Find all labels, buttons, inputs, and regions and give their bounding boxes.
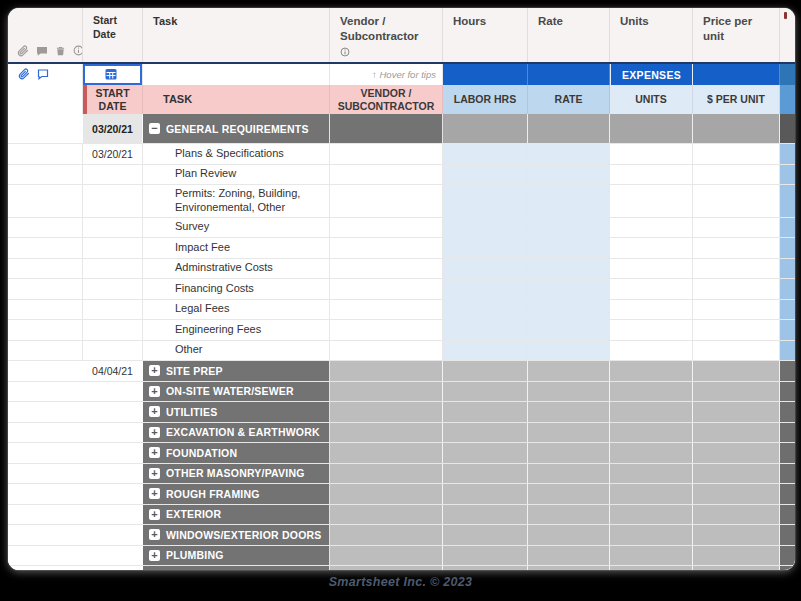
price-per-unit-cell[interactable] xyxy=(693,300,780,320)
task-cell[interactable]: +FOUNDATION xyxy=(143,443,330,463)
task-cell[interactable]: Adminstrative Costs xyxy=(143,259,330,279)
price-per-unit-cell[interactable] xyxy=(693,341,780,361)
rate-cell[interactable] xyxy=(528,165,610,185)
rate-cell[interactable] xyxy=(528,218,610,238)
hours-entry-cell[interactable] xyxy=(443,64,528,85)
start-date-cell[interactable]: 03/20/21 xyxy=(83,144,143,164)
attachment-icon[interactable] xyxy=(17,66,30,84)
start-date-cell[interactable] xyxy=(83,443,143,463)
rate-cell[interactable] xyxy=(528,566,610,570)
units-cell[interactable] xyxy=(610,464,693,484)
expand-icon[interactable]: + xyxy=(149,488,160,499)
task-entry-cell[interactable] xyxy=(143,64,330,85)
start-date-cell[interactable] xyxy=(83,218,143,238)
task-cell[interactable]: +EXCAVATION & EARTHWORK xyxy=(143,423,330,443)
units-cell[interactable] xyxy=(610,423,693,443)
units-cell[interactable] xyxy=(610,382,693,402)
expand-icon[interactable]: + xyxy=(149,550,160,561)
units-cell[interactable] xyxy=(610,341,693,361)
trash-icon[interactable] xyxy=(55,45,66,57)
vendor-cell[interactable] xyxy=(330,505,443,525)
units-cell[interactable] xyxy=(610,279,693,299)
rate-entry-cell[interactable] xyxy=(528,64,610,85)
comment-icon[interactable] xyxy=(37,66,49,84)
labor-hrs-cell[interactable] xyxy=(443,300,528,320)
rate-cell[interactable] xyxy=(528,443,610,463)
price-per-unit-cell[interactable] xyxy=(693,320,780,340)
labor-hrs-cell[interactable] xyxy=(443,114,528,143)
start-date-cell[interactable] xyxy=(83,382,143,402)
rate-cell[interactable] xyxy=(528,144,610,164)
vendor-cell[interactable] xyxy=(330,259,443,279)
vendor-cell[interactable] xyxy=(330,165,443,185)
labor-hrs-cell[interactable] xyxy=(443,144,528,164)
vendor-cell[interactable] xyxy=(330,185,443,217)
expand-icon[interactable]: + xyxy=(149,509,160,520)
expand-icon[interactable]: + xyxy=(149,365,160,376)
rate-cell[interactable] xyxy=(528,423,610,443)
subheader-task[interactable]: TASK xyxy=(143,85,330,114)
vendor-cell[interactable] xyxy=(330,279,443,299)
selected-start-date-cell[interactable] xyxy=(83,64,143,85)
expand-icon[interactable]: + xyxy=(149,427,160,438)
task-cell[interactable]: +PLUMBING xyxy=(143,546,330,566)
labor-hrs-cell[interactable] xyxy=(443,341,528,361)
collapse-icon[interactable]: − xyxy=(149,123,160,134)
units-cell[interactable] xyxy=(610,218,693,238)
rate-cell[interactable] xyxy=(528,464,610,484)
subheader-start-date[interactable]: START DATE xyxy=(83,85,143,114)
units-cell[interactable] xyxy=(610,546,693,566)
start-date-cell[interactable] xyxy=(83,300,143,320)
start-date-cell[interactable] xyxy=(83,185,143,217)
start-date-cell[interactable] xyxy=(83,484,143,504)
units-cell[interactable] xyxy=(610,259,693,279)
column-header-rate[interactable]: Rate xyxy=(528,8,610,62)
rate-cell[interactable] xyxy=(528,361,610,381)
column-header-units[interactable]: Units xyxy=(610,8,693,62)
vendor-cell[interactable] xyxy=(330,238,443,258)
start-date-cell[interactable] xyxy=(83,566,143,570)
subheader-price-per-unit[interactable]: $ PER UNIT xyxy=(693,85,780,114)
task-cell[interactable]: +ON-SITE WATER/SEWER xyxy=(143,382,330,402)
task-cell[interactable]: −GENERAL REQUIREMENTS xyxy=(143,114,330,143)
units-cell[interactable] xyxy=(610,185,693,217)
rate-cell[interactable] xyxy=(528,279,610,299)
labor-hrs-cell[interactable] xyxy=(443,423,528,443)
price-per-unit-cell[interactable] xyxy=(693,279,780,299)
start-date-cell[interactable] xyxy=(83,505,143,525)
vendor-cell[interactable] xyxy=(330,423,443,443)
start-date-cell[interactable]: 03/20/21 xyxy=(83,114,143,143)
units-cell[interactable] xyxy=(610,238,693,258)
expand-icon[interactable]: + xyxy=(149,447,160,458)
units-cell[interactable] xyxy=(610,165,693,185)
vendor-cell[interactable] xyxy=(330,114,443,143)
labor-hrs-cell[interactable] xyxy=(443,464,528,484)
task-cell[interactable]: Other xyxy=(143,341,330,361)
units-cell[interactable] xyxy=(610,402,693,422)
expand-icon[interactable]: + xyxy=(149,529,160,540)
labor-hrs-cell[interactable] xyxy=(443,320,528,340)
rate-cell[interactable] xyxy=(528,185,610,217)
rate-cell[interactable] xyxy=(528,114,610,143)
task-cell[interactable]: +SITE PREP xyxy=(143,361,330,381)
comment-icon[interactable] xyxy=(36,45,48,57)
column-header-start-date[interactable]: Start Date xyxy=(83,8,143,62)
start-date-cell[interactable] xyxy=(83,238,143,258)
labor-hrs-cell[interactable] xyxy=(443,546,528,566)
calendar-icon[interactable] xyxy=(105,68,117,82)
start-date-cell[interactable] xyxy=(83,320,143,340)
vendor-cell[interactable] xyxy=(330,218,443,238)
rate-cell[interactable] xyxy=(528,525,610,545)
labor-hrs-cell[interactable] xyxy=(443,165,528,185)
price-per-unit-cell[interactable] xyxy=(693,382,780,402)
task-cell[interactable]: +OTHER MASONRY/PAVING xyxy=(143,464,330,484)
vendor-cell[interactable] xyxy=(330,144,443,164)
vendor-cell[interactable] xyxy=(330,361,443,381)
labor-hrs-cell[interactable] xyxy=(443,525,528,545)
task-cell[interactable]: Permits: Zoning, Building, Environementa… xyxy=(143,185,330,217)
task-cell[interactable]: Plans & Specifications xyxy=(143,144,330,164)
vendor-cell[interactable] xyxy=(330,402,443,422)
task-cell[interactable]: +UTILITIES xyxy=(143,402,330,422)
labor-hrs-cell[interactable] xyxy=(443,185,528,217)
info-icon[interactable] xyxy=(73,45,83,56)
